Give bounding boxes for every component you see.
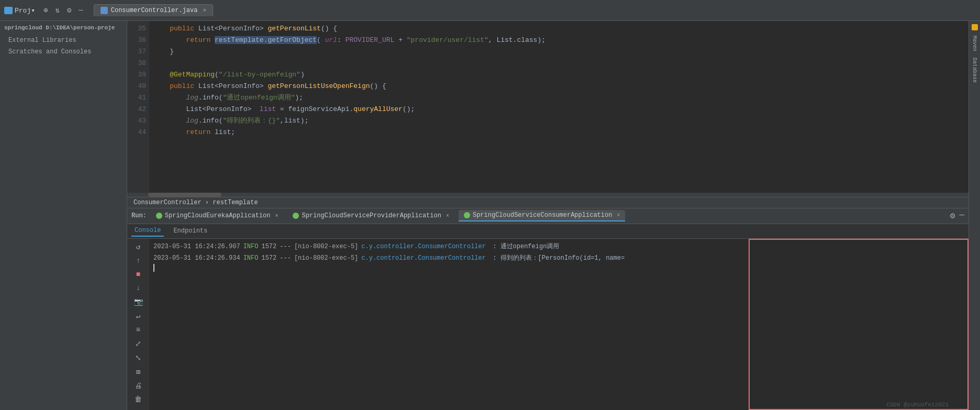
code-line-38 <box>153 58 964 69</box>
log-class-1: c.y.controller.ConsumerController <box>361 241 486 252</box>
log-level-2: INFO <box>243 252 259 264</box>
sidebar-item-scratches-consoles[interactable]: Scratches and Consoles <box>0 46 127 58</box>
console-area: ↺ ↑ ■ ↓ 📷 ↵ ≡ ⤢ ⤡ ⊞ 🖨 🗑 2023-05-31 16:24… <box>127 239 968 411</box>
log-msg-2: : 得到的列表：[PersonInfo(id=1, name= <box>489 252 625 264</box>
code-line-41: log.info("通过openfeign调用"); <box>153 92 964 104</box>
code-content: public List<PersonInfo> getPersonList() … <box>149 21 968 193</box>
line-numbers: 35 36 37 38 39 40 41 42 43 44 <box>127 21 149 193</box>
restart-btn[interactable]: ↺ <box>135 241 142 253</box>
settings-icon[interactable]: ⚙ <box>950 210 955 221</box>
log-thread-1: [nio-8002-exec-5] <box>294 241 358 252</box>
scroll-down-btn[interactable]: ↓ <box>135 282 142 294</box>
java-file-icon <box>101 7 108 14</box>
run-app-icon-provider <box>293 213 299 219</box>
sidebar: springcloud D:\IDEA\person-proje Externa… <box>0 21 127 410</box>
run-tab-close-provider[interactable]: × <box>446 213 449 219</box>
code-line-35: public List<PersonInfo> getPersonList() … <box>153 23 964 35</box>
expand-btn[interactable]: ⤢ <box>133 338 143 350</box>
text-cursor <box>153 264 154 272</box>
console-tab-label: Console <box>135 227 161 234</box>
tree-btn[interactable]: ≡ <box>135 324 142 336</box>
maven-label[interactable]: Maven <box>971 34 978 53</box>
tab-close-btn[interactable]: × <box>203 7 206 14</box>
editor-tab-bar: ConsumerController.java × <box>94 4 976 16</box>
project-name-label: springcloud <box>4 25 46 31</box>
endpoints-tab-label: Endpoints <box>173 227 207 235</box>
screenshot-btn[interactable]: 📷 <box>132 296 144 308</box>
line-num-40: 40 <box>130 81 146 92</box>
console-tab-endpoints[interactable]: Endpoints <box>170 226 210 236</box>
log-line-2: 2023-05-31 16:24:26.934 INFO 1572 --- [n… <box>153 252 964 264</box>
toggle-btn[interactable]: ⇅ <box>53 5 61 16</box>
cursor-line <box>153 264 964 272</box>
strip-indicator <box>972 24 978 30</box>
console-log[interactable]: 2023-05-31 16:24:26.907 INFO 1572 --- [n… <box>149 239 968 411</box>
tab-filename: ConsumerController.java <box>111 7 198 14</box>
scroll-up-btn[interactable]: ↑ <box>135 255 142 267</box>
code-line-44: return list; <box>153 127 964 138</box>
scrollbar-thumb[interactable] <box>148 193 221 197</box>
code-line-40: public List<PersonInfo> getPersonListUse… <box>153 81 964 92</box>
sidebar-project[interactable]: springcloud D:\IDEA\person-proje <box>0 21 127 35</box>
log-sep-1: --- <box>280 241 291 252</box>
log-pid-1: 1572 <box>261 241 276 252</box>
code-line-39: @GetMapping("/list-by-openfeign") <box>153 69 964 81</box>
run-tab-consumer[interactable]: SpringCloudServiceConsumerApplication × <box>459 210 625 221</box>
line-num-44: 44 <box>130 127 146 138</box>
run-tab-eureka[interactable]: SpringCloudEurekaApplication × <box>151 210 284 221</box>
code-editor[interactable]: 35 36 37 38 39 40 41 42 43 44 public Lis… <box>127 21 968 193</box>
top-bar-actions: ⊕ ⇅ ⚙ — <box>41 5 85 16</box>
layout-btn[interactable]: ⊞ <box>135 366 142 378</box>
log-time-1: 2023-05-31 16:24:26.907 <box>153 241 240 252</box>
log-line-1: 2023-05-31 16:24:26.907 INFO 1572 --- [n… <box>153 241 964 252</box>
run-tab-close-consumer[interactable]: × <box>617 213 620 218</box>
trash-btn[interactable]: 🗑 <box>133 394 143 405</box>
line-num-42: 42 <box>130 104 146 115</box>
watermark: CSDN @yuhuofei2021 <box>886 402 949 408</box>
wrap-btn[interactable]: ↵ <box>135 310 142 322</box>
line-num-41: 41 <box>130 92 146 104</box>
print-btn[interactable]: 🖨 <box>133 380 143 392</box>
line-num-36: 36 <box>130 35 146 46</box>
minimize-icon[interactable]: — <box>959 210 964 221</box>
editor-tab-consumer-controller[interactable]: ConsumerController.java × <box>94 4 213 16</box>
horizontal-scrollbar[interactable] <box>127 193 968 197</box>
sidebar-item-label: Scratches and Consoles <box>8 48 91 56</box>
settings-btn[interactable]: ⚙ <box>65 5 73 16</box>
project-name: Proj▾ <box>15 6 35 15</box>
run-tab-provider[interactable]: SpringCloudServiceProviderApplication × <box>287 210 454 221</box>
main-area: springcloud D:\IDEA\person-proje Externa… <box>0 21 980 410</box>
code-line-43: log.info("得到的列表：{}",list); <box>153 115 964 127</box>
code-line-36: return restTemplate.getForObject( url: P… <box>153 35 964 46</box>
code-line-42: List<PersonInfo> list = feignServiceApi.… <box>153 104 964 115</box>
run-tab-label-consumer: SpringCloudServiceConsumerApplication <box>473 212 612 219</box>
database-label[interactable]: Database <box>971 56 978 85</box>
sidebar-item-label: External Libraries <box>8 37 76 44</box>
run-label: Run: <box>131 212 147 219</box>
line-num-35: 35 <box>130 23 146 35</box>
console-tabs: Console Endpoints <box>127 224 968 239</box>
log-msg-1: : 通过openfeign调用 <box>489 241 559 252</box>
console-tab-console[interactable]: Console <box>131 225 164 237</box>
run-bar: Run: SpringCloudEurekaApplication × Spri… <box>127 208 968 224</box>
project-path-label: D:\IDEA\person-proje <box>46 25 115 31</box>
log-time-2: 2023-05-31 16:24:26.934 <box>153 252 240 264</box>
log-pid-2: 1572 <box>261 252 276 264</box>
log-class-2: c.y.controller.ConsumerController <box>361 252 486 264</box>
collapse-btn[interactable]: ⤡ <box>133 352 143 364</box>
run-tab-label-provider: SpringCloudServiceProviderApplication <box>302 212 441 219</box>
add-config-btn[interactable]: ⊕ <box>41 5 50 16</box>
run-app-icon-consumer <box>464 212 470 218</box>
line-num-37: 37 <box>130 46 146 58</box>
stop-btn[interactable]: ■ <box>135 269 142 280</box>
console-gutter: ↺ ↑ ■ ↓ 📷 ↵ ≡ ⤢ ⤡ ⊞ 🖨 🗑 <box>127 239 149 411</box>
right-strip: Maven Database <box>968 21 980 410</box>
editor-area: 35 36 37 38 39 40 41 42 43 44 public Lis… <box>127 21 968 410</box>
run-tab-close-eureka[interactable]: × <box>275 213 278 219</box>
log-level-1: INFO <box>243 241 259 252</box>
sidebar-item-external-libraries[interactable]: External Libraries <box>0 35 127 46</box>
minimize-btn[interactable]: — <box>76 5 85 16</box>
run-tab-label-eureka: SpringCloudEurekaApplication <box>165 212 271 219</box>
project-label[interactable]: Proj▾ <box>4 6 35 15</box>
line-num-43: 43 <box>130 115 146 127</box>
